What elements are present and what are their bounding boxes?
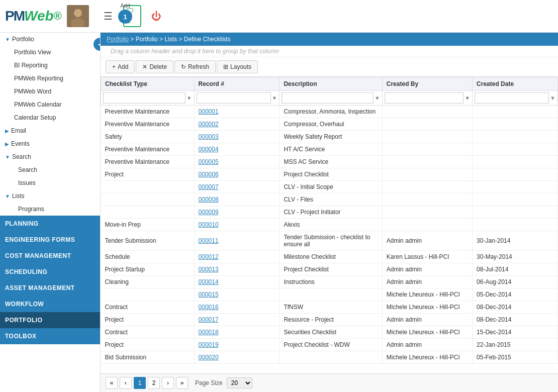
page-size-select[interactable]: 20 50 100 bbox=[227, 377, 252, 388]
cell-record-num[interactable]: 000011 bbox=[194, 231, 280, 251]
first-page-button[interactable]: « bbox=[106, 377, 118, 389]
cell-created-by bbox=[382, 168, 472, 181]
cell-record-num[interactable]: 000018 bbox=[194, 326, 280, 339]
cell-record-num[interactable]: 000015 bbox=[194, 288, 280, 301]
sidebar-section-toolbox[interactable]: TOOLBOX bbox=[0, 328, 100, 344]
record-link[interactable]: 000015 bbox=[199, 291, 219, 298]
content-area: Portfolio > Portfolio > Lists > Define C… bbox=[101, 33, 558, 392]
prev-page-button[interactable]: ‹ bbox=[120, 377, 132, 389]
add-button[interactable]: + Add bbox=[106, 60, 135, 73]
sidebar-group-search[interactable]: ▼ Search bbox=[0, 150, 100, 163]
sidebar-section-asset[interactable]: ASSET MANAGEMENT bbox=[0, 280, 100, 296]
sidebar-section-workflow[interactable]: WORKFLOW bbox=[0, 296, 100, 312]
sidebar-group-email[interactable]: ▶ Email bbox=[0, 124, 100, 137]
add-badge-button[interactable]: 1 bbox=[118, 10, 132, 24]
cell-checklist-type: Bid Submission bbox=[101, 351, 195, 364]
page-1-button[interactable]: 1 bbox=[134, 377, 146, 389]
cell-record-num[interactable]: 000008 bbox=[194, 193, 280, 206]
filter-icon-type[interactable]: ▼ bbox=[187, 95, 192, 101]
record-link[interactable]: 000005 bbox=[199, 158, 219, 165]
sidebar-item-portfolio-view[interactable]: Portfolio View bbox=[0, 46, 100, 59]
sidebar-item-pmweb-calendar[interactable]: PMWeb Calendar bbox=[0, 98, 100, 111]
cell-record-num[interactable]: 000012 bbox=[194, 251, 280, 263]
filter-input-record[interactable] bbox=[197, 92, 271, 104]
record-link[interactable]: 000004 bbox=[199, 146, 219, 153]
breadcrumb-portfolio-link[interactable]: Portfolio bbox=[107, 36, 129, 43]
record-link[interactable]: 000016 bbox=[199, 304, 219, 311]
hamburger-menu-button[interactable]: ☰ bbox=[99, 7, 117, 25]
sidebar-group-portfolio[interactable]: ▼ Portfolio bbox=[0, 33, 100, 46]
cell-record-num[interactable]: 000019 bbox=[194, 339, 280, 351]
cell-record-num[interactable]: 000006 bbox=[194, 168, 280, 181]
last-page-button[interactable]: » bbox=[176, 377, 188, 389]
cell-description: TfNSW bbox=[280, 301, 382, 314]
cell-record-num[interactable]: 000020 bbox=[194, 351, 280, 364]
layouts-button[interactable]: ⊞ Layouts bbox=[217, 60, 258, 73]
delete-button[interactable]: ✕ Delete bbox=[136, 60, 173, 73]
filter-input-date[interactable] bbox=[475, 92, 549, 104]
triangle-right-icon: ▶ bbox=[5, 141, 9, 147]
filter-icon-desc[interactable]: ▼ bbox=[375, 95, 380, 101]
page-2-button[interactable]: 2 bbox=[148, 377, 160, 389]
record-link[interactable]: 000007 bbox=[199, 183, 219, 190]
sidebar-section-engineering[interactable]: ENGINEERING FORMS bbox=[0, 232, 100, 248]
record-link[interactable]: 000009 bbox=[199, 209, 219, 216]
cell-record-num[interactable]: 000001 bbox=[194, 106, 280, 118]
sidebar-item-bi-reporting[interactable]: BI Reporting bbox=[0, 59, 100, 72]
sidebar-section-cost[interactable]: COST MANAGEMENT bbox=[0, 248, 100, 264]
sidebar-item-search[interactable]: Search bbox=[0, 163, 100, 176]
sidebar-group-lists[interactable]: ▼ Lists bbox=[0, 189, 100, 203]
cell-description: Project Checklist bbox=[280, 168, 382, 181]
avatar[interactable] bbox=[67, 5, 89, 27]
sidebar-item-pmweb-word[interactable]: PMWeb Word bbox=[0, 85, 100, 98]
power-button[interactable]: ⏻ bbox=[147, 7, 165, 25]
cell-record-num[interactable]: 000016 bbox=[194, 301, 280, 314]
record-link[interactable]: 000018 bbox=[199, 329, 219, 336]
record-link[interactable]: 000001 bbox=[199, 108, 219, 115]
record-link[interactable]: 000006 bbox=[199, 171, 219, 178]
cell-record-num[interactable]: 000014 bbox=[194, 276, 280, 288]
cell-record-num[interactable]: 000004 bbox=[194, 143, 280, 156]
record-link[interactable]: 000002 bbox=[199, 121, 219, 128]
cell-record-num[interactable]: 000003 bbox=[194, 131, 280, 143]
record-link[interactable]: 000014 bbox=[199, 278, 219, 285]
sidebar-group-events[interactable]: ▶ Events bbox=[0, 137, 100, 150]
next-page-button[interactable]: › bbox=[162, 377, 174, 389]
cell-record-num[interactable]: 000009 bbox=[194, 206, 280, 219]
cell-record-num[interactable]: 000013 bbox=[194, 263, 280, 276]
cell-record-num[interactable]: 000007 bbox=[194, 181, 280, 193]
record-link[interactable]: 000019 bbox=[199, 341, 219, 348]
cell-record-num[interactable]: 000017 bbox=[194, 314, 280, 326]
filter-input-desc[interactable] bbox=[282, 92, 373, 104]
filter-input-createdby[interactable] bbox=[385, 92, 463, 104]
filter-input-type[interactable] bbox=[103, 92, 185, 104]
cell-record-num[interactable]: 000005 bbox=[194, 156, 280, 168]
filter-icon-date[interactable]: ▼ bbox=[550, 95, 555, 101]
record-link[interactable]: 000017 bbox=[199, 316, 219, 323]
sidebar-item-issues[interactable]: Issues bbox=[0, 176, 100, 189]
add-label: Add bbox=[120, 3, 130, 9]
sidebar-section-scheduling[interactable]: SCHEDULING bbox=[0, 264, 100, 280]
record-link[interactable]: 000010 bbox=[199, 221, 219, 228]
sidebar-item-pmweb-reporting[interactable]: PMWeb Reporting bbox=[0, 72, 100, 85]
table-row: Contract 000018 Securities Checklist Mic… bbox=[101, 326, 558, 339]
sidebar-item-programs[interactable]: Programs bbox=[0, 203, 100, 216]
record-link[interactable]: 000012 bbox=[199, 253, 219, 260]
sidebar-section-planning[interactable]: PLANNING bbox=[0, 216, 100, 232]
cell-created-by: Admin admin bbox=[382, 231, 472, 251]
cell-record-num[interactable]: 000010 bbox=[194, 219, 280, 231]
record-link[interactable]: 000008 bbox=[199, 196, 219, 203]
record-link[interactable]: 000003 bbox=[199, 133, 219, 140]
record-link[interactable]: 000011 bbox=[199, 237, 219, 244]
record-link[interactable]: 000013 bbox=[199, 266, 219, 273]
sidebar-item-label: PMWeb Reporting bbox=[14, 75, 63, 82]
filter-icon-record[interactable]: ▼ bbox=[272, 95, 277, 101]
cell-record-num[interactable]: 000002 bbox=[194, 118, 280, 131]
record-link[interactable]: 000020 bbox=[199, 354, 219, 361]
header: PMWeb® Add 1 ☰ 🛡 1 ⏻ bbox=[0, 0, 558, 33]
sidebar-item-calendar-setup[interactable]: Calendar Setup bbox=[0, 111, 100, 124]
cell-created-date: 06-Aug-2014 bbox=[473, 276, 558, 288]
sidebar-section-portfolio[interactable]: PORTFOLIO bbox=[0, 312, 100, 328]
refresh-button[interactable]: ↻ Refresh bbox=[174, 60, 216, 73]
filter-icon-createdby[interactable]: ▼ bbox=[464, 95, 470, 101]
